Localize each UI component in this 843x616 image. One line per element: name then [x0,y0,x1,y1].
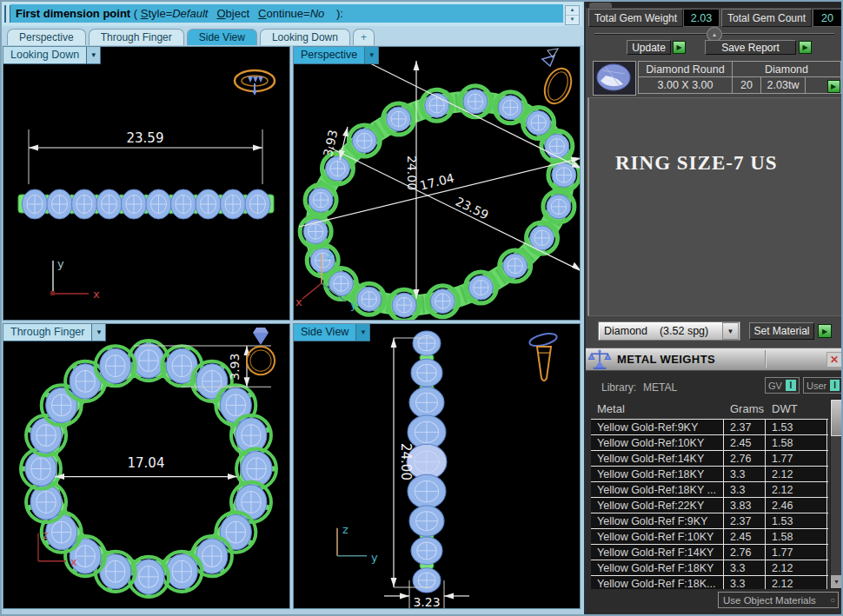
table-scrollbar[interactable]: ▼ [830,399,843,589]
viewport-tab-bar: Perspective Through Finger Side View Loo… [2,27,587,45]
table-row[interactable]: Yellow Gold-Ref F:14KY2.761.77 [591,545,828,560]
gem-name-cell: Diamond Round [639,62,733,76]
viewport-side-view[interactable]: 24.00 3.23 [293,323,581,609]
viewport-canvas-looking-down[interactable]: 23.59 y x [3,47,289,320]
command-prompt[interactable]: First dimension point ( Style=DefaultObj… [10,4,563,23]
command-option-object[interactable]: Object [216,7,249,20]
svg-text:x: x [93,288,100,301]
table-row[interactable]: Yellow Gold-Ref F:10KY2.451.58 [591,529,828,545]
radio-icon: ○ [830,595,835,605]
metal-weights-panel: METAL WEIGHTS ✕ Library:METAL GV I User … [586,348,843,616]
table-row[interactable]: Yellow Gold-Ref F:18K...3.32.12 [591,576,828,589]
col-header-dwt: DWT [766,399,828,419]
update-button[interactable]: Update [627,40,671,55]
tab-through-finger[interactable]: Through Finger [89,29,184,45]
set-material-go-button[interactable]: ▶ [818,324,832,338]
dimension-23-59: 23.59 [29,129,262,184]
command-option-style[interactable]: Style=Default [141,7,209,20]
paren-open: ( [130,7,141,20]
axis-indicator: y x [50,257,100,301]
tab-perspective[interactable]: Perspective [7,29,86,45]
table-row[interactable]: Yellow Gold-Ref F:18KY3.32.12 [591,560,828,576]
ring-orientation-icon [528,331,558,381]
use-object-materials-toggle[interactable]: Use Object Materials ○ [718,592,839,608]
update-go-button[interactable]: ▶ [673,41,686,54]
close-icon[interactable]: ✕ [826,352,842,368]
table-row[interactable]: Yellow Gold-Ref:18KY3.32.12 [591,467,828,482]
metal-weights-header[interactable]: METAL WEIGHTS ✕ [586,348,843,371]
gv-toggle[interactable]: GV I [765,377,800,394]
go-arrow-icon: ▶ [822,328,827,335]
table-header-row: Metal Grams DWT [591,399,828,420]
add-tab-button[interactable]: + [353,29,375,45]
svg-text:z: z [43,528,49,541]
paren-close: ): [333,7,343,20]
viewport-label-through-finger[interactable]: Through Finger ▼ [3,324,106,341]
table-row[interactable]: Yellow Gold-Ref:10KY2.451.58 [591,435,828,451]
viewport-canvas-side-view[interactable]: 24.00 3.23 [294,324,580,608]
svg-text:24.00: 24.00 [398,443,414,480]
svg-text:3.93: 3.93 [228,354,242,381]
svg-text:y: y [57,257,64,270]
go-arrow-icon: ▶ [676,43,681,51]
scrollbar-down-icon[interactable]: ▼ [831,575,842,588]
chevron-down-icon[interactable]: ▼ [364,47,378,63]
viewport-canvas-perspective[interactable]: 3.93 24.00 17.04 23.59 z x [294,47,580,320]
gem-material-cell: Diamond [733,62,840,76]
material-select[interactable]: Diamond (3.52 spg) ▼ [598,321,740,341]
header-divider [765,350,767,368]
gem-summary-table[interactable]: Diamond Round Diamond 3.00 X 3.00 20 2.0… [638,61,841,94]
table-row[interactable]: Yellow Gold-Ref:22KY3.832.46 [591,498,828,513]
table-row[interactable]: Yellow Gold-Ref:14KY2.761.77 [591,451,828,467]
command-history-spinner[interactable]: ▲ ▼ [565,5,580,25]
col-header-grams: Grams [724,399,766,419]
viewport-label-looking-down[interactable]: Looking Down ▼ [3,47,101,64]
total-gem-weight-value: 2.03 [683,9,720,27]
svg-text:24.00: 24.00 [405,156,419,190]
dropdown-arrow-icon[interactable]: ▼ [722,322,739,340]
gem-weight-cell: 2.03tw [761,77,806,93]
tab-side-view[interactable]: Side View [187,29,257,45]
library-label-row: Library:METAL [601,381,677,394]
tab-looking-down[interactable]: Looking Down [260,29,350,45]
table-row[interactable]: Yellow Gold-Ref:9KY2.371.53 [591,420,828,435]
dimension-17-04: 17.04 [55,454,237,480]
ring-size-text: RING SIZE-7 US [615,152,842,175]
viewport-label-perspective[interactable]: Perspective ▼ [294,47,379,64]
svg-text:3.23: 3.23 [413,595,440,608]
spinner-down-icon[interactable]: ▼ [566,16,579,24]
user-toggle[interactable]: User I [803,377,843,394]
ring-gems [18,189,274,219]
ring-gems [294,62,580,320]
gem-go-cell: ▶ [806,77,840,93]
viewport-perspective[interactable]: 3.93 24.00 17.04 23.59 z x [293,46,581,321]
table-row[interactable]: Yellow Gold-Ref:18KY ...3.32.12 [591,482,828,498]
chevron-down-icon[interactable]: ▼ [86,47,100,63]
chevron-down-icon[interactable]: ▼ [355,324,369,341]
svg-text:y: y [350,298,357,311]
command-option-continue[interactable]: Continue=No [258,7,324,20]
viewport-looking-down[interactable]: 23.59 y x [3,46,290,321]
set-material-button[interactable]: Set Material [749,322,814,340]
go-arrow-icon: ▶ [802,43,807,51]
viewport-through-finger[interactable]: 17.04 3.93 [3,323,290,609]
toggle-on-indicator: I [830,380,840,391]
jewelry-cad-window: First dimension point ( Style=DefaultObj… [0,0,843,616]
save-report-button[interactable]: Save Report [705,40,796,55]
viewport-grid: 23.59 y x [2,45,584,614]
report-preview: RING SIZE-7 US [587,97,843,316]
gem-row-go-button[interactable]: ▶ [827,80,840,93]
save-report-go-button[interactable]: ▶ [799,41,812,54]
up-arrow-icon: ▲ [712,32,717,37]
gem-thumbnail[interactable] [593,61,636,96]
table-row[interactable]: Yellow Gold-Ref F:9KY2.371.53 [591,513,828,529]
chevron-down-icon[interactable]: ▼ [91,324,105,341]
spinner-up-icon[interactable]: ▲ [566,6,579,16]
viewport-label-side-view[interactable]: Side View ▼ [294,324,370,341]
command-prompt-text: First dimension point [16,7,130,20]
material-select-value: Diamond (3.52 spg) [599,325,722,337]
table-body: Yellow Gold-Ref:9KY2.371.53 Yellow Gold-… [591,420,828,589]
scrollbar-thumb[interactable] [831,400,842,436]
col-header-metal: Metal [591,399,724,419]
viewport-canvas-through-finger[interactable]: 17.04 3.93 [3,324,289,608]
